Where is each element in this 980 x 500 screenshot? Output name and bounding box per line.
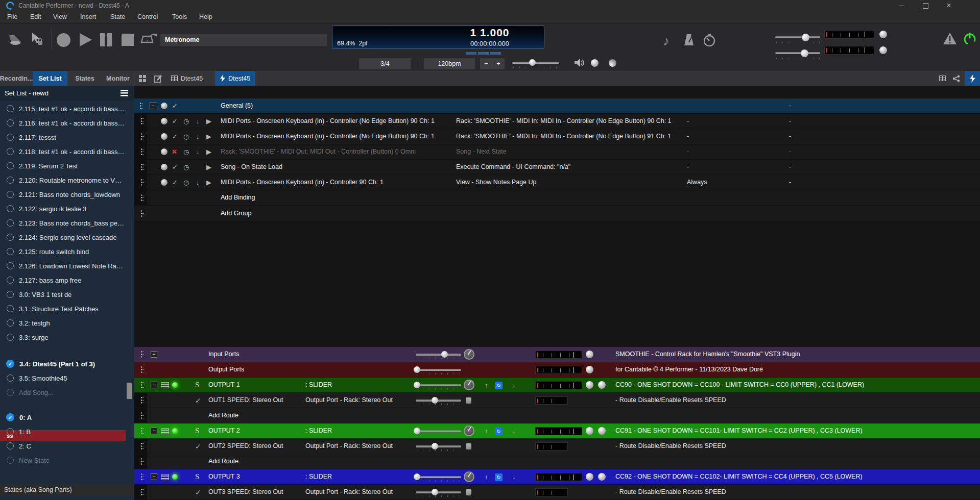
drag-handle-icon[interactable] (140, 381, 144, 389)
close-button[interactable]: × (937, 0, 961, 11)
menu-edit[interactable]: Edit (30, 13, 41, 20)
drag-handle-icon[interactable] (140, 148, 144, 156)
gain-slider-knob[interactable] (414, 366, 420, 373)
speaker-icon[interactable] (574, 58, 585, 68)
drag-handle-icon[interactable] (140, 396, 144, 405)
gain-slider-knob[interactable] (414, 473, 420, 480)
route-gain-knob[interactable] (432, 443, 438, 449)
play-icon[interactable]: ▶ (206, 163, 211, 171)
metronome-icon[interactable] (682, 33, 696, 47)
sync-icon[interactable]: ↻ (495, 428, 503, 435)
state-item-selected[interactable]: ✓0: A (0, 410, 126, 424)
add-route-label[interactable]: Add Route (208, 412, 238, 419)
expand-icon[interactable]: + (151, 351, 157, 358)
meter-led[interactable] (586, 381, 593, 389)
binding-group-row[interactable]: − ✓ General (5) - (134, 98, 980, 114)
song-item[interactable]: 2.127: bass amp free (0, 273, 126, 287)
collapse-icon[interactable]: − (151, 473, 157, 480)
enabled-check-icon[interactable]: ✓ (195, 442, 201, 451)
route-gain-knob[interactable] (432, 489, 438, 495)
maximize-button[interactable] (914, 0, 937, 11)
route-mode-button[interactable] (466, 397, 471, 404)
tab-song-table[interactable]: Dtest45 (166, 71, 208, 86)
binding-state-ball[interactable] (161, 164, 168, 170)
gain-slider-knob[interactable] (414, 382, 420, 388)
play-icon[interactable]: ▶ (206, 148, 211, 156)
edit-notes-button[interactable] (151, 71, 164, 86)
menu-state[interactable]: State (110, 13, 125, 20)
drag-handle-icon[interactable] (140, 366, 144, 374)
state-item[interactable]: 1: B (0, 424, 126, 439)
pause-button[interactable] (100, 33, 105, 46)
view-grid-button[interactable] (136, 71, 149, 86)
stage-monitor-icon[interactable] (8, 33, 23, 46)
routing-view-button[interactable] (950, 71, 963, 86)
sync-icon[interactable]: ↻ (495, 382, 503, 389)
meter-led[interactable] (586, 427, 593, 435)
down-arrow-icon[interactable]: ↓ (512, 427, 516, 435)
bindings-view-button[interactable] (965, 71, 980, 86)
song-item[interactable]: 3.0: VB3 1 test de (0, 287, 126, 302)
binding-row[interactable]: ✓ ◷ ↓ ▶ MIDI Ports - Onscreen Keyboard (… (134, 114, 980, 129)
timer-icon[interactable] (703, 33, 716, 47)
song-item[interactable]: 2.124: Sergio song level cascade (0, 230, 126, 244)
meter-led[interactable] (598, 473, 606, 481)
meter-led[interactable] (598, 427, 606, 435)
drag-handle-icon[interactable] (140, 427, 144, 435)
binding-row[interactable]: ✓ ◷ ↓ ▶ MIDI Ports - Onscreen Keyboard (… (134, 129, 980, 144)
gain-slider[interactable] (416, 430, 461, 432)
add-route-label[interactable]: Add Route (208, 458, 238, 465)
timer-icon[interactable]: ◷ (183, 148, 189, 156)
song-item[interactable]: 3.2: testgh (0, 316, 126, 330)
drag-handle-icon[interactable] (139, 102, 143, 110)
timer-icon[interactable]: ◷ (183, 117, 189, 125)
play-icon[interactable]: ▶ (206, 179, 211, 186)
enabled-check-icon[interactable]: ✓ (172, 179, 178, 186)
song-item[interactable]: 2.126: Lowdown Lowest Note Rack Te... (0, 259, 126, 273)
song-item[interactable]: 2.123: Bass note chords_bass pedals (0, 216, 126, 230)
binding-state-ball[interactable] (161, 103, 168, 109)
sidebar-scrollbar-thumb[interactable] (127, 383, 132, 399)
tab-states[interactable]: States (67, 71, 102, 86)
binding-state-ball[interactable] (161, 179, 168, 186)
hamburger-menu-icon[interactable] (121, 90, 128, 96)
pan-knob[interactable] (464, 471, 474, 482)
down-arrow-icon[interactable]: ↓ (512, 381, 516, 389)
menu-view[interactable]: View (53, 13, 67, 20)
aux-level-knob[interactable] (801, 49, 808, 57)
add-route-row[interactable]: Add Route (134, 408, 980, 423)
down-arrow-icon[interactable]: ↓ (196, 179, 200, 186)
enabled-check-icon[interactable]: ✓ (195, 396, 201, 405)
gain-slider[interactable] (416, 354, 461, 356)
menu-control[interactable]: Control (137, 13, 158, 20)
warning-icon[interactable] (943, 32, 957, 45)
enabled-check-icon[interactable]: ✓ (172, 102, 178, 110)
state-behavior-letter[interactable]: S (195, 381, 199, 389)
song-item[interactable]: 2.116: test #1 ok - accordi di basso Xp.… (0, 116, 126, 130)
metronome-route-icon[interactable]: × (140, 33, 157, 46)
up-arrow-icon[interactable]: ↑ (485, 427, 488, 435)
note-icon[interactable]: ♪ (663, 33, 670, 49)
binding-row[interactable]: ✓ ◷ ↓ ▶ MIDI Ports - Onscreen Keyboard (… (134, 175, 980, 190)
gain-slider[interactable] (416, 476, 461, 478)
rack-row-route[interactable]: ✓ OUT3 SPEED: Stereo Out Output Port - R… (134, 485, 980, 500)
aux-level-slider[interactable] (775, 52, 820, 54)
add-binding-label[interactable]: Add Binding (221, 194, 255, 201)
up-arrow-icon[interactable]: ↑ (485, 473, 488, 481)
route-gain-slider[interactable] (416, 491, 461, 493)
song-item[interactable]: 2.115: test #1 ok - accordi di basso Xp.… (0, 102, 126, 116)
song-item[interactable]: 2.122: sergio ik leslie 3 (0, 202, 126, 216)
disabled-cross-icon[interactable]: ✕ (172, 148, 177, 156)
route-gain-slider[interactable] (416, 445, 461, 447)
main-meter-led[interactable] (879, 31, 887, 38)
aux-meter-led[interactable] (879, 46, 887, 54)
table-view-button[interactable] (936, 71, 949, 86)
minimize-button[interactable] (890, 0, 914, 11)
drag-handle-icon[interactable] (140, 117, 144, 126)
monitor-knob[interactable] (591, 59, 599, 67)
state-item[interactable]: 2: C (0, 439, 126, 453)
binding-state-ball[interactable] (161, 133, 168, 140)
tab-recordings[interactable]: Recordin... (0, 71, 33, 86)
song-item[interactable]: 2.120: Routable metronome to VSTi ar... (0, 173, 126, 187)
route-mode-button[interactable] (466, 489, 471, 495)
